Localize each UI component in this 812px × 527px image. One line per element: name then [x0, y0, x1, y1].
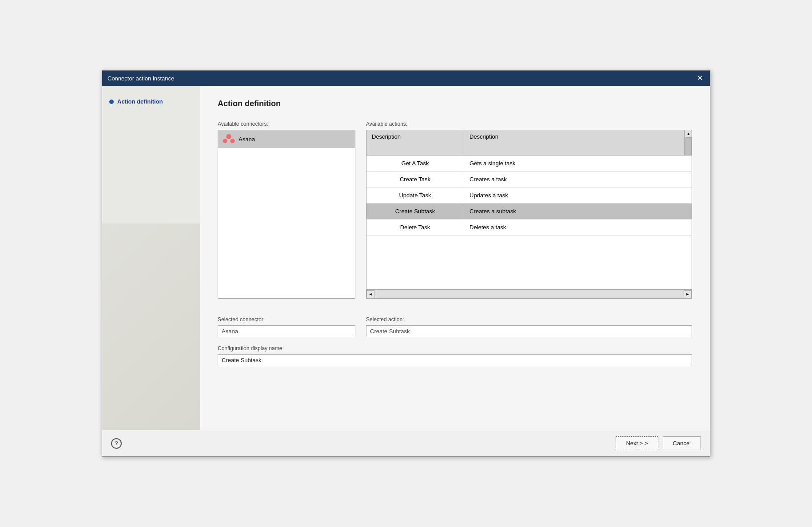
cancel-button[interactable]: Cancel [663, 436, 701, 450]
scroll-up-button[interactable]: ▲ [685, 130, 692, 137]
selected-action-group: Selected action: [366, 316, 692, 337]
actions-table: Description Description ▲ [366, 130, 692, 299]
selected-connector-input[interactable] [218, 325, 355, 337]
selected-connector-group: Selected connector: [218, 316, 355, 337]
selected-action-label: Selected action: [366, 316, 692, 323]
connectors-list[interactable]: Asana [218, 130, 355, 299]
connector-item-asana[interactable]: Asana [218, 130, 355, 148]
connectors-column: Available connectors: Asana [218, 121, 355, 307]
selected-action-input[interactable] [366, 325, 692, 337]
window-title: Connector action instance [107, 75, 174, 82]
config-name-label: Configuration display name: [218, 345, 692, 351]
action-row-update-task[interactable]: Update Task Updates a task [366, 188, 692, 204]
scroll-track [685, 137, 692, 155]
col-header-desc: Description [464, 130, 685, 155]
action-name-update-task: Update Task [366, 188, 464, 203]
help-button[interactable]: ? [111, 438, 122, 449]
sidebar: Action definition [102, 86, 200, 430]
action-desc-create-task: Creates a task [464, 172, 692, 187]
action-row-delete-task[interactable]: Delete Task Deletes a task [366, 220, 692, 236]
action-row-create-subtask[interactable]: Create Subtask Creates a subtask [366, 204, 692, 220]
connectors-label: Available connectors: [218, 121, 355, 127]
next-button[interactable]: Next > > [616, 436, 658, 450]
svg-point-2 [230, 139, 235, 143]
titlebar: Connector action instance ✕ [102, 71, 710, 86]
selected-connector-label: Selected connector: [218, 316, 355, 323]
scroll-left-button[interactable]: ◄ [366, 290, 374, 298]
action-name-get-task: Get A Task [366, 156, 464, 171]
main-window: Connector action instance ✕ Action defin… [102, 70, 710, 457]
action-desc-create-subtask: Creates a subtask [464, 204, 692, 219]
actions-column: Available actions: Description Descripti… [366, 121, 692, 307]
actions-table-container: Description Description ▲ [366, 130, 692, 307]
close-button[interactable]: ✕ [695, 75, 705, 82]
scroll-right-button[interactable]: ► [684, 290, 692, 298]
footer-left: ? [111, 438, 122, 449]
connector-name-asana: Asana [239, 136, 255, 143]
hscroll-track [374, 290, 684, 298]
actions-label: Available actions: [366, 121, 692, 127]
action-desc-update-task: Updates a task [464, 188, 692, 203]
main-panel: Action definition Available connectors: [200, 86, 710, 430]
sidebar-background [102, 224, 200, 430]
horizontal-scrollbar[interactable]: ◄ ► [366, 289, 692, 298]
footer-right: Next > > Cancel [616, 436, 701, 450]
action-row-get-task[interactable]: Get A Task Gets a single task [366, 156, 692, 172]
action-name-create-task: Create Task [366, 172, 464, 187]
config-name-input[interactable] [218, 354, 692, 366]
sidebar-dot [109, 100, 114, 104]
action-desc-get-task: Gets a single task [464, 156, 692, 171]
action-name-create-subtask: Create Subtask [366, 204, 464, 219]
svg-point-0 [226, 134, 231, 139]
connectors-actions-row: Available connectors: Asana [218, 121, 692, 307]
footer: ? Next > > Cancel [102, 430, 710, 456]
sidebar-item-action-definition[interactable]: Action definition [102, 95, 200, 108]
asana-logo [223, 133, 235, 145]
scroll-thumb [685, 137, 692, 155]
config-name-group: Configuration display name: [218, 345, 692, 366]
action-name-delete-task: Delete Task [366, 220, 464, 235]
action-desc-delete-task: Deletes a task [464, 220, 692, 235]
sidebar-item-label: Action definition [117, 98, 163, 105]
action-row-create-task[interactable]: Create Task Creates a task [366, 172, 692, 188]
selected-row: Selected connector: Selected action: [218, 316, 692, 337]
table-scrollbar[interactable]: ▲ [685, 130, 692, 155]
actions-table-body[interactable]: Get A Task Gets a single task Create Tas… [366, 156, 692, 289]
svg-point-1 [223, 139, 227, 143]
content-area: Action definition Action definition Avai… [102, 86, 710, 430]
col-header-name: Description [366, 130, 464, 155]
page-title: Action definition [218, 99, 692, 108]
actions-table-header: Description Description ▲ [366, 130, 692, 156]
